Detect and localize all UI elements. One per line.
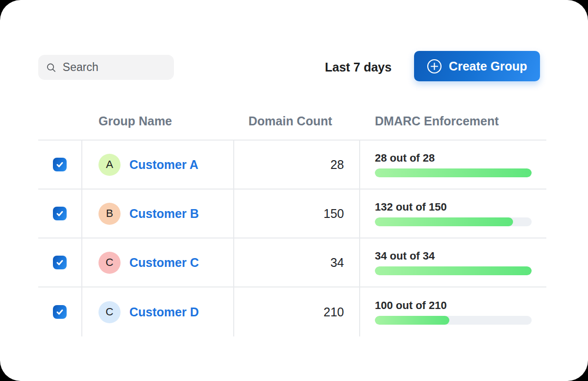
row-checkbox[interactable] [53, 207, 67, 220]
select-cell [38, 190, 82, 238]
table-row: A Customer A 28 28 out of 28 [38, 141, 546, 190]
avatar: C [98, 252, 121, 274]
group-name-link[interactable]: Customer C [129, 256, 199, 270]
create-group-button[interactable]: Create Group [414, 51, 540, 81]
table-row: C Customer D 210 100 out of 210 [38, 287, 546, 336]
enforcement-progress-fill [375, 316, 449, 325]
column-header-group-name: Group Name [82, 103, 234, 140]
dmarc-enforcement-cell: 100 out of 210 [360, 287, 546, 336]
avatar: A [98, 154, 121, 176]
enforcement-progress-fill [375, 217, 513, 226]
domain-count-cell: 210 [234, 287, 360, 336]
domain-count-cell: 28 [234, 141, 360, 189]
group-name-link[interactable]: Customer B [129, 207, 199, 221]
dmarc-enforcement-cell: 28 out of 28 [360, 141, 546, 189]
groups-table: Group Name Domain Count DMARC Enforcemen… [38, 103, 546, 336]
enforcement-progress-track [375, 217, 532, 226]
group-name-cell: C Customer C [82, 238, 234, 286]
group-name-link[interactable]: Customer A [129, 158, 198, 172]
group-name-cell: A Customer A [82, 141, 234, 189]
table-row: B Customer B 150 132 out of 150 [38, 190, 546, 238]
table-body: A Customer A 28 28 out of 28 B Customer … [38, 141, 546, 336]
enforcement-label: 28 out of 28 [375, 152, 435, 165]
app-card: Last 7 days Create Group Group Name Doma… [0, 0, 588, 381]
avatar: B [98, 203, 121, 225]
select-cell [38, 238, 82, 286]
group-name-cell: C Customer D [82, 287, 234, 336]
dmarc-enforcement-cell: 34 out of 34 [360, 238, 546, 286]
domain-count-cell: 150 [234, 190, 360, 238]
enforcement-progress-track [375, 266, 532, 275]
enforcement-progress-track [375, 316, 532, 325]
enforcement-label: 34 out of 34 [375, 250, 435, 262]
enforcement-progress-fill [375, 168, 532, 177]
row-checkbox[interactable] [53, 158, 67, 171]
plus-circle-icon [427, 59, 442, 74]
domain-count-cell: 34 [234, 238, 360, 286]
checkmark-icon [56, 210, 64, 217]
enforcement-label: 132 out of 150 [375, 201, 447, 214]
create-group-label: Create Group [449, 59, 527, 73]
table-row: C Customer C 34 34 out of 34 [38, 238, 546, 287]
row-checkbox[interactable] [53, 305, 67, 319]
checkmark-icon [56, 259, 64, 266]
enforcement-label: 100 out of 210 [375, 299, 447, 312]
select-cell [38, 287, 82, 336]
avatar: C [98, 301, 121, 323]
checkmark-icon [56, 308, 64, 316]
column-header-dmarc-enforcement: DMARC Enforcement [360, 103, 546, 140]
dmarc-enforcement-cell: 132 out of 150 [360, 190, 546, 238]
group-name-cell: B Customer B [82, 190, 234, 238]
search-input[interactable] [62, 60, 166, 74]
row-checkbox[interactable] [53, 256, 67, 269]
enforcement-progress-track [375, 168, 532, 177]
select-cell [38, 141, 82, 189]
search-box[interactable] [38, 55, 174, 80]
date-range-label[interactable]: Last 7 days [325, 55, 392, 80]
enforcement-progress-fill [375, 266, 532, 275]
search-icon [46, 62, 56, 73]
column-header-domain-count: Domain Count [234, 103, 360, 140]
group-name-link[interactable]: Customer D [129, 305, 199, 319]
checkmark-icon [56, 161, 64, 168]
table-header-row: Group Name Domain Count DMARC Enforcemen… [38, 103, 546, 141]
